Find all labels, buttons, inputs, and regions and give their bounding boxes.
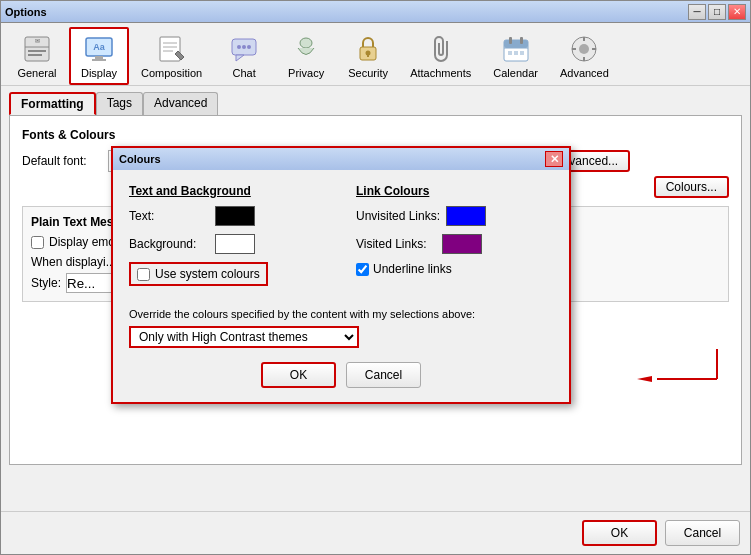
underline-links-label: Underline links <box>373 262 452 276</box>
toolbar-item-chat[interactable]: Chat <box>214 27 274 85</box>
display-icon: Aa <box>83 33 115 65</box>
arrow-annotation <box>637 344 727 394</box>
svg-rect-25 <box>520 37 523 44</box>
text-label: Text: <box>129 209 209 223</box>
link-colours-column: Link Colours Unvisited Links: Visited Li… <box>356 184 553 296</box>
svg-rect-6 <box>95 56 103 59</box>
background-color-swatch[interactable] <box>215 234 255 254</box>
bottom-bar: OK Cancel <box>1 511 750 554</box>
svg-point-17 <box>300 38 312 48</box>
svg-text:✉: ✉ <box>35 38 40 44</box>
link-colours-title: Link Colours <box>356 184 553 198</box>
svg-rect-22 <box>504 40 528 48</box>
attachments-label: Attachments <box>410 67 471 79</box>
toolbar-item-general[interactable]: ✉ General <box>7 27 67 85</box>
composition-icon <box>156 33 188 65</box>
use-system-colours-label: Use system colours <box>155 267 260 281</box>
svg-rect-26 <box>508 51 512 55</box>
ok-button[interactable]: OK <box>582 520 657 546</box>
security-label: Security <box>348 67 388 79</box>
svg-rect-9 <box>160 37 180 61</box>
options-window: Options ─ □ ✕ ✉ General <box>0 0 751 555</box>
toolbar: ✉ General Aa Display <box>1 23 750 86</box>
calendar-label: Calendar <box>493 67 538 79</box>
minimize-button[interactable]: ─ <box>688 4 706 20</box>
svg-rect-7 <box>92 59 106 61</box>
override-text: Override the colours specified by the co… <box>129 308 553 320</box>
colours-dialog-close-button[interactable]: ✕ <box>545 151 563 167</box>
underline-links-row: Underline links <box>356 262 553 276</box>
toolbar-item-attachments[interactable]: Attachments <box>400 27 481 85</box>
tab-bar: Formatting Tags Advanced <box>9 92 742 115</box>
tab-advanced[interactable]: Advanced <box>143 92 218 115</box>
svg-rect-27 <box>514 51 518 55</box>
toolbar-item-calendar[interactable]: Calendar <box>483 27 548 85</box>
general-icon: ✉ <box>21 33 53 65</box>
display-label: Display <box>81 67 117 79</box>
background-color-row: Background: <box>129 234 326 254</box>
calendar-icon <box>500 33 532 65</box>
underline-links-checkbox[interactable] <box>356 263 369 276</box>
title-bar-buttons: ─ □ ✕ <box>688 4 746 20</box>
colours-dialog-title: Colours <box>119 153 161 165</box>
svg-point-30 <box>579 44 589 54</box>
fonts-colours-title: Fonts & Colours <box>22 128 729 142</box>
visited-links-row: Visited Links: <box>356 234 553 254</box>
toolbar-item-composition[interactable]: Composition <box>131 27 212 85</box>
toolbar-item-display[interactable]: Aa Display <box>69 27 129 85</box>
tab-formatting[interactable]: Formatting <box>9 92 96 115</box>
chat-label: Chat <box>233 67 256 79</box>
colours-ok-button[interactable]: OK <box>261 362 336 388</box>
display-emoticons-checkbox[interactable] <box>31 236 44 249</box>
colours-dialog-content: Text and Background Text: Background: <box>113 170 569 402</box>
colours-dialog-title-bar: Colours ✕ <box>113 148 569 170</box>
svg-marker-37 <box>637 376 652 382</box>
unvisited-links-label: Unvisited Links: <box>356 209 440 223</box>
text-color-swatch[interactable] <box>215 206 255 226</box>
colours-columns: Text and Background Text: Background: <box>129 184 553 296</box>
toolbar-item-advanced[interactable]: Advanced <box>550 27 619 85</box>
close-button[interactable]: ✕ <box>728 4 746 20</box>
toolbar-item-security[interactable]: Security <box>338 27 398 85</box>
use-system-colours-row[interactable]: Use system colours <box>129 262 268 286</box>
unvisited-links-swatch[interactable] <box>446 206 486 226</box>
tab-tags[interactable]: Tags <box>96 92 143 115</box>
override-select[interactable]: Only with High Contrast themes Always Ne… <box>129 326 359 348</box>
cancel-button[interactable]: Cancel <box>665 520 740 546</box>
svg-rect-4 <box>28 54 42 56</box>
svg-point-15 <box>242 45 246 49</box>
default-font-label: Default font: <box>22 154 102 168</box>
svg-rect-20 <box>367 53 369 57</box>
maximize-button[interactable]: □ <box>708 4 726 20</box>
visited-links-swatch[interactable] <box>442 234 482 254</box>
window-title: Options <box>5 6 47 18</box>
svg-rect-28 <box>520 51 524 55</box>
colours-cancel-button[interactable]: Cancel <box>346 362 421 388</box>
text-background-title: Text and Background <box>129 184 326 198</box>
advanced-label: Advanced <box>560 67 609 79</box>
unvisited-links-row: Unvisited Links: <box>356 206 553 226</box>
text-background-column: Text and Background Text: Background: <box>129 184 326 296</box>
privacy-icon <box>290 33 322 65</box>
attachments-icon <box>425 33 457 65</box>
background-label: Background: <box>129 237 209 251</box>
advanced-icon <box>568 33 600 65</box>
colours-dialog: Colours ✕ Text and Background Text: Back… <box>111 146 571 404</box>
content-area: Formatting Tags Advanced Fonts & Colours… <box>1 86 750 511</box>
text-color-row: Text: <box>129 206 326 226</box>
general-label: General <box>17 67 56 79</box>
style-label: Style: <box>31 276 61 290</box>
security-icon <box>352 33 384 65</box>
use-system-colours-checkbox[interactable] <box>137 268 150 281</box>
visited-links-label: Visited Links: <box>356 237 436 251</box>
composition-label: Composition <box>141 67 202 79</box>
svg-point-14 <box>237 45 241 49</box>
chat-icon <box>228 33 260 65</box>
svg-rect-24 <box>509 37 512 44</box>
svg-text:Aa: Aa <box>93 42 105 52</box>
toolbar-item-privacy[interactable]: Privacy <box>276 27 336 85</box>
svg-point-16 <box>247 45 251 49</box>
colours-button[interactable]: Colours... <box>654 176 729 198</box>
colours-dialog-buttons: OK Cancel <box>129 362 553 388</box>
title-bar: Options ─ □ ✕ <box>1 1 750 23</box>
